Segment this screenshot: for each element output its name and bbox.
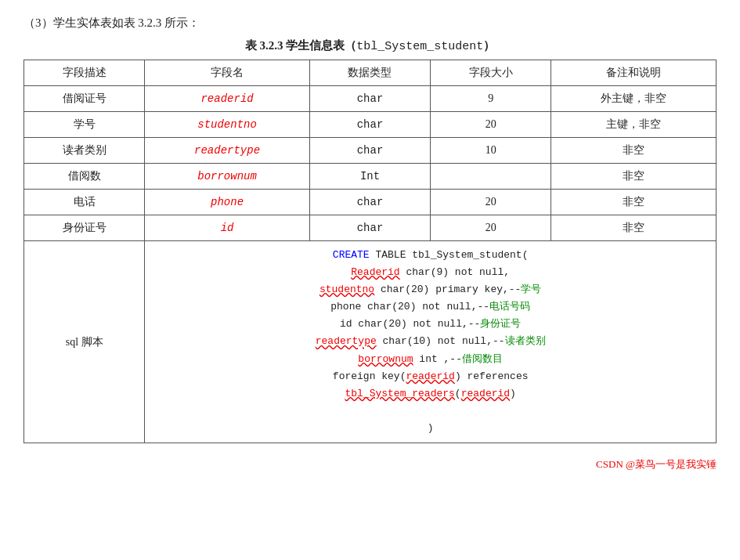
cell-type: char [309, 86, 430, 112]
caption-text: 表 3.2.3 学生信息表（ [245, 39, 357, 52]
table-row: 学号studentnochar20主键，非空 [24, 112, 717, 138]
cell-size: 10 [431, 138, 551, 164]
cell-field: id [145, 215, 310, 241]
cell-size: 20 [431, 190, 551, 215]
cell-type: Int [309, 164, 430, 190]
cell-desc: 身份证号 [24, 215, 145, 241]
col-header-type: 数据类型 [309, 60, 430, 86]
cell-size: 20 [431, 112, 551, 138]
cell-field: studentno [145, 112, 310, 138]
cell-note: 非空 [551, 164, 717, 190]
sql-label: sql 脚本 [24, 241, 145, 443]
cell-size: 20 [431, 215, 551, 241]
sql-code-cell: CREATE TABLE tbl_System_student( Readeri… [145, 241, 717, 443]
table-row: 身份证号idchar20非空 [24, 215, 717, 241]
cell-type: char [309, 190, 430, 215]
table-row: 读者类别readertypechar10非空 [24, 138, 717, 164]
cell-note: 外主键，非空 [551, 86, 717, 112]
sql-row: sql 脚本CREATE TABLE tbl_System_student( R… [24, 241, 717, 443]
cell-type: char [309, 138, 430, 164]
footer-bar: CSDN @菜鸟一号是我实锤 [23, 457, 717, 471]
col-header-desc: 字段描述 [24, 60, 145, 86]
cell-note: 非空 [551, 138, 717, 164]
cell-desc: 借阅证号 [24, 86, 145, 112]
cell-note: 主键，非空 [551, 112, 717, 138]
cell-field: borrownum [145, 164, 310, 190]
cell-field: readertype [145, 138, 310, 164]
info-table: 字段描述 字段名 数据类型 字段大小 备注和说明 借阅证号readeridcha… [23, 60, 717, 443]
table-row: 电话phonechar20非空 [24, 190, 717, 215]
cell-type: char [309, 112, 430, 138]
cell-desc: 电话 [24, 190, 145, 215]
cell-field: readerid [145, 86, 310, 112]
table-row: 借阅数borrownumInt非空 [24, 164, 717, 190]
cell-desc: 借阅数 [24, 164, 145, 190]
cell-field: phone [145, 190, 310, 215]
footer-text: CSDN @菜鸟一号是我实锤 [596, 458, 717, 470]
table-caption: 表 3.2.3 学生信息表（tbl_System_student） [23, 38, 717, 53]
cell-note: 非空 [551, 190, 717, 215]
caption-code: tbl_System_student [356, 40, 483, 53]
col-header-size: 字段大小 [431, 60, 551, 86]
table-row: 借阅证号readeridchar9外主键，非空 [24, 86, 717, 112]
cell-type: char [309, 215, 430, 241]
cell-size [431, 164, 551, 190]
table-header-row: 字段描述 字段名 数据类型 字段大小 备注和说明 [24, 60, 717, 86]
intro-text: （3）学生实体表如表 3.2.3 所示： [23, 16, 717, 31]
caption-suffix: ） [483, 39, 495, 52]
col-header-field: 字段名 [145, 60, 310, 86]
cell-size: 9 [431, 86, 551, 112]
cell-desc: 学号 [24, 112, 145, 138]
col-header-note: 备注和说明 [551, 60, 717, 86]
cell-note: 非空 [551, 215, 717, 241]
cell-desc: 读者类别 [24, 138, 145, 164]
